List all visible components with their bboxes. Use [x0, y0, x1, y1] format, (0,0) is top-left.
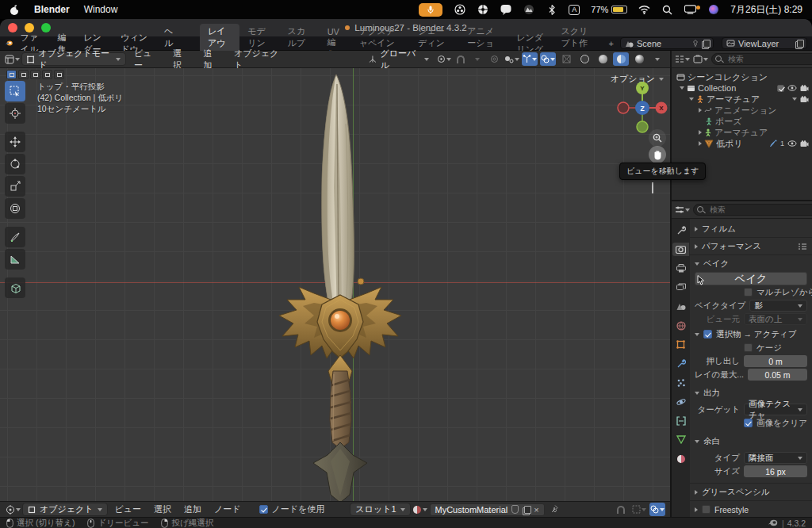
shading-solid-button[interactable] — [595, 52, 611, 66]
scale-tool[interactable] — [5, 176, 25, 197]
shader-snap-toggle[interactable] — [613, 503, 629, 516]
shader-type-dropdown[interactable]: オブジェクト — [22, 503, 108, 516]
object-visibility-dropdown[interactable] — [504, 52, 519, 66]
overlays-dropdown[interactable] — [540, 52, 556, 66]
freestyle-checkbox[interactable] — [702, 505, 710, 514]
new-viewlayer-icon[interactable] — [795, 40, 802, 48]
apple-logo-icon[interactable] — [10, 4, 20, 16]
target-dropdown[interactable]: 画像テクスチャ — [744, 404, 807, 415]
bake-type-dropdown[interactable]: 影 — [749, 300, 807, 312]
navigation-gizmo[interactable]: Y X Z — [615, 80, 670, 136]
mic-status-button[interactable] — [419, 3, 442, 17]
properties-editor-type-dropdown[interactable] — [675, 203, 690, 216]
new-scene-icon[interactable] — [702, 40, 709, 48]
tab-output-properties[interactable] — [672, 262, 689, 275]
menubar-clock[interactable]: 7月26日(土) 8:29 — [730, 3, 802, 17]
panel-selected-to-active[interactable]: 選択物 → アクティブ — [695, 327, 807, 341]
outliner-row-pose[interactable]: ポーズ — [672, 116, 812, 127]
preset-list-icon[interactable] — [798, 243, 807, 251]
rotate-tool[interactable] — [5, 154, 25, 174]
transform-tool[interactable] — [5, 198, 25, 219]
tab-object-properties[interactable] — [672, 338, 689, 351]
unlink-material-icon[interactable]: × — [534, 505, 538, 515]
expand-icon[interactable] — [699, 108, 702, 113]
collection-checkbox[interactable] — [777, 85, 784, 92]
hide-eye-icon[interactable] — [787, 85, 797, 91]
line-menu-icon[interactable] — [500, 4, 511, 16]
select-invert-option[interactable] — [42, 70, 52, 79]
shader-overlays-dropdown[interactable] — [649, 503, 665, 516]
viewlayer-selector[interactable]: ViewLayer — [722, 37, 807, 49]
disable-render-camera-icon[interactable] — [800, 96, 809, 103]
shader-menu-node[interactable]: ノード — [209, 503, 247, 515]
outliner-display-mode-dropdown[interactable] — [675, 52, 690, 66]
panel-margin[interactable]: 余白 — [695, 434, 807, 448]
tab-scene-properties[interactable] — [672, 300, 689, 313]
hide-eye-icon[interactable] — [787, 140, 797, 147]
browse-material-dropdown[interactable] — [412, 503, 428, 516]
material-name-field[interactable]: MyCustomMaterial × — [430, 503, 545, 516]
macos-app-menu[interactable]: Blender — [34, 4, 70, 15]
spotlight-menu-icon[interactable] — [661, 4, 673, 16]
tab-physics-properties[interactable] — [672, 395, 689, 408]
tab-data-properties[interactable] — [672, 433, 689, 446]
panel-bake[interactable]: ベイク — [695, 257, 807, 270]
outliner-row-armature-object[interactable]: アーマチュア — [672, 94, 812, 105]
expand-icon[interactable] — [699, 130, 702, 135]
disable-render-camera-icon[interactable] — [800, 140, 809, 147]
cursor-tool[interactable] — [5, 103, 25, 124]
clear-image-checkbox[interactable]: 画像をクリア — [744, 418, 807, 429]
viewport-menu-add[interactable]: 追加 — [197, 48, 225, 71]
xray-toggle[interactable] — [558, 52, 574, 66]
proportional-editing-toggle[interactable] — [488, 52, 502, 66]
expand-icon[interactable] — [680, 86, 684, 90]
add-workspace-button[interactable]: + — [603, 39, 620, 48]
move-tool[interactable] — [5, 132, 25, 152]
multires-checkbox[interactable]: マルチレゾから... — [744, 287, 807, 298]
max-ray-distance-field[interactable]: 0.05 m — [748, 369, 807, 381]
shading-rendered-button[interactable] — [631, 52, 647, 66]
battery-indicator[interactable]: 77% — [591, 5, 627, 14]
ime-indicator[interactable]: A — [569, 5, 580, 15]
wheel-menu-icon[interactable] — [477, 4, 488, 16]
shader-menu-view[interactable]: ビュー — [109, 503, 147, 515]
panel-performance[interactable]: パフォーマンス — [695, 239, 807, 253]
scene-selector[interactable]: Scene — [620, 37, 714, 49]
outliner-row-lowpoly[interactable]: 低ポリ 1 — [672, 138, 812, 149]
shader-menu-select[interactable]: 選択 — [148, 503, 177, 515]
select-subtract-option[interactable] — [30, 70, 40, 79]
measure-tool[interactable] — [5, 249, 25, 270]
select-intersect-option[interactable] — [54, 70, 64, 79]
margin-size-field[interactable]: 16 px — [744, 465, 807, 477]
move-view-button[interactable] — [649, 146, 666, 163]
outliner-row-collection[interactable]: Collection — [672, 82, 812, 94]
outliner-row-animation[interactable]: アニメーション — [672, 105, 812, 116]
obs-menu-icon[interactable] — [454, 4, 465, 16]
wifi-menu-icon[interactable] — [638, 4, 650, 16]
snap-toggle[interactable] — [454, 52, 468, 66]
properties-search-input[interactable] — [693, 204, 812, 216]
tab-material-properties[interactable] — [672, 452, 689, 465]
interaction-mode-dropdown[interactable]: オブジェクトモード — [21, 52, 126, 66]
disable-render-camera-icon[interactable] — [800, 85, 809, 92]
tab-viewlayer-properties[interactable] — [672, 281, 689, 294]
unpin-icon[interactable] — [692, 40, 699, 47]
outliner-row-scene-collection[interactable]: シーンコレクション — [672, 71, 812, 82]
add-cube-tool[interactable] — [5, 277, 25, 298]
shading-wireframe-button[interactable] — [576, 52, 592, 66]
shader-menu-add[interactable]: 追加 — [178, 503, 207, 515]
select-set-option[interactable] — [6, 70, 17, 79]
zoom-view-button[interactable] — [649, 129, 666, 147]
pin-icon[interactable] — [551, 505, 559, 514]
viewport-3d[interactable]: トップ・平行投影 (42) Collection | 低ポリ 10センチメートル… — [0, 68, 670, 501]
editor-type-dropdown[interactable] — [5, 52, 20, 66]
tab-modifier-properties[interactable] — [672, 357, 689, 370]
snap-settings-dropdown[interactable] — [470, 52, 485, 66]
blender-logo-icon[interactable] — [5, 39, 13, 48]
gizmos-dropdown[interactable] — [522, 52, 538, 66]
tab-world-properties[interactable] — [672, 319, 689, 332]
shader-editor-type-dropdown[interactable] — [5, 503, 21, 516]
viewport-menu-select[interactable]: 選択 — [167, 48, 195, 71]
vpn-menu-icon[interactable] — [523, 4, 534, 16]
outliner-search-input[interactable] — [711, 53, 812, 65]
